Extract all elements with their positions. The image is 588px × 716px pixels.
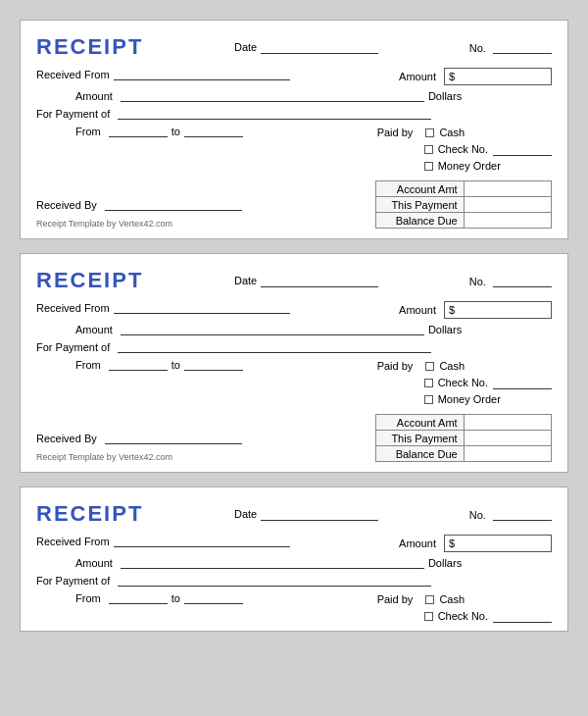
- date-field-1[interactable]: [261, 41, 378, 54]
- money-order-checkbox-1[interactable]: [424, 162, 433, 171]
- to-field-2[interactable]: [184, 358, 243, 371]
- check-no-field-1[interactable]: [493, 143, 552, 156]
- no-field-1[interactable]: [493, 41, 552, 54]
- receipt-title-3: RECEIPT: [36, 501, 143, 527]
- this-payment-label-cell-2: This Payment: [376, 431, 465, 446]
- no-section-3: No.: [469, 508, 552, 521]
- for-payment-label-2: For Payment of: [36, 341, 110, 353]
- no-field-3[interactable]: [493, 508, 552, 521]
- money-order-label-1: Money Order: [438, 158, 501, 175]
- to-field-1[interactable]: [184, 125, 243, 137]
- check-no-field-3[interactable]: [493, 610, 552, 623]
- amount-word-field-1[interactable]: [121, 89, 424, 102]
- amount-box-3[interactable]: $: [444, 535, 552, 552]
- no-section-2: No.: [469, 275, 552, 287]
- received-from-row-1: Received From: [36, 68, 356, 80]
- paid-by-prefix-3: Paid by: [377, 591, 414, 608]
- footer-text-2: Receipt Template by Vertex42.com: [36, 452, 172, 462]
- received-from-field-2[interactable]: [114, 301, 290, 314]
- received-from-field-1[interactable]: [114, 68, 290, 80]
- balance-due-value-cell-2[interactable]: [464, 446, 551, 462]
- paid-by-check-3: Check No.: [424, 608, 552, 625]
- cash-checkbox-3[interactable]: [425, 595, 434, 604]
- received-from-label-1: Received From: [36, 69, 110, 80]
- date-field-3[interactable]: [261, 508, 378, 521]
- this-payment-row-1: This Payment: [376, 197, 552, 213]
- from-field-1[interactable]: [109, 125, 168, 137]
- check-checkbox-1[interactable]: [424, 145, 433, 154]
- from-field-2[interactable]: [109, 358, 168, 371]
- account-amt-row-2: Account Amt: [376, 415, 552, 431]
- for-payment-field-3[interactable]: [118, 574, 431, 587]
- dollars-suffix-2: Dollars: [428, 324, 462, 335]
- balance-due-value-cell-1[interactable]: [464, 213, 551, 229]
- for-payment-row-2: For Payment of: [36, 340, 552, 353]
- no-field-2[interactable]: [493, 275, 552, 287]
- dollars-row-2: Amount Dollars: [36, 323, 552, 335]
- check-checkbox-2[interactable]: [424, 379, 433, 387]
- dollar-sign-2: $: [449, 304, 455, 316]
- check-no-field-2[interactable]: [493, 377, 552, 389]
- received-by-col-2: Received By Receipt Template by Vertex42…: [36, 432, 375, 462]
- check-checkbox-3[interactable]: [424, 612, 433, 621]
- received-from-field-3[interactable]: [114, 535, 290, 547]
- no-label-1: No.: [469, 42, 486, 54]
- to-field-3[interactable]: [184, 591, 243, 604]
- check-label-2: Check No.: [438, 375, 488, 391]
- for-payment-field-2[interactable]: [118, 340, 431, 353]
- this-payment-value-cell-2[interactable]: [464, 431, 551, 446]
- amount-label-2: Amount: [399, 304, 436, 316]
- paid-by-section-1: Paid by Cash Check No. Money Order: [377, 125, 552, 175]
- received-by-field-1[interactable]: [105, 198, 242, 211]
- amount-word-field-2[interactable]: [121, 323, 424, 335]
- amount-box-1[interactable]: $: [444, 68, 552, 85]
- money-order-label-2: Money Order: [438, 391, 501, 408]
- from-to-row-3: From to: [36, 591, 243, 604]
- dollars-row-1: Amount Dollars: [36, 89, 552, 102]
- account-amt-value-cell-2[interactable]: [464, 415, 551, 431]
- from-field-3[interactable]: [109, 591, 168, 604]
- right-col-2: Amount $: [356, 301, 552, 323]
- received-from-row-3: Received From: [36, 535, 356, 547]
- received-by-label-1: Received By: [36, 199, 97, 211]
- received-from-label-3: Received From: [36, 536, 110, 547]
- bottom-section-1: Received By Receipt Template by Vertex42…: [36, 180, 552, 229]
- date-field-2[interactable]: [261, 275, 378, 287]
- received-from-row-2: Received From: [36, 301, 356, 314]
- balance-due-label-cell-1: Balance Due: [376, 213, 465, 229]
- main-rows-2: Received From Amount $: [36, 301, 552, 323]
- amount-label-3: Amount: [399, 537, 436, 549]
- for-payment-label-3: For Payment of: [36, 575, 110, 587]
- receipt-card-1: RECEIPT Date No. Received From Amount $: [20, 20, 568, 239]
- no-label-3: No.: [469, 509, 486, 521]
- for-payment-field-1[interactable]: [118, 107, 431, 120]
- amount-word-field-3[interactable]: [121, 556, 424, 569]
- amount-row-3: Amount $: [356, 535, 552, 552]
- account-amt-row-1: Account Amt: [376, 181, 552, 197]
- cash-checkbox-1[interactable]: [425, 128, 434, 137]
- footer-2: Receipt Template by Vertex42.com: [36, 450, 375, 462]
- balance-due-row-2: Balance Due: [376, 446, 552, 462]
- date-label-2: Date: [234, 275, 257, 286]
- paid-by-prefix-2: Paid by: [377, 358, 414, 375]
- footer-1: Receipt Template by Vertex42.com: [36, 217, 375, 229]
- date-section-2: Date: [234, 275, 378, 287]
- amount-word-label-1: Amount: [75, 90, 113, 102]
- money-order-checkbox-2[interactable]: [424, 395, 433, 404]
- dollar-sign-3: $: [449, 537, 455, 549]
- amount-box-2[interactable]: $: [444, 301, 552, 319]
- cash-checkbox-2[interactable]: [425, 362, 434, 371]
- from-to-section-1: From to: [36, 125, 243, 142]
- for-payment-row-1: For Payment of: [36, 107, 552, 120]
- left-col-2: Received From: [36, 301, 356, 319]
- from-to-section-2: From to: [36, 358, 243, 376]
- this-payment-value-cell-1[interactable]: [464, 197, 551, 213]
- cash-label-1: Cash: [439, 125, 465, 141]
- account-amt-value-cell-1[interactable]: [464, 181, 551, 197]
- amount-row-1: Amount $: [356, 68, 552, 85]
- paid-by-section-3: Paid by Cash Check No.: [377, 591, 552, 625]
- paid-by-cash-2: Paid by Cash: [377, 358, 552, 375]
- paid-by-money-order-2: Money Order: [424, 391, 552, 408]
- received-by-field-2[interactable]: [105, 432, 242, 444]
- left-col-3: Received From: [36, 535, 356, 552]
